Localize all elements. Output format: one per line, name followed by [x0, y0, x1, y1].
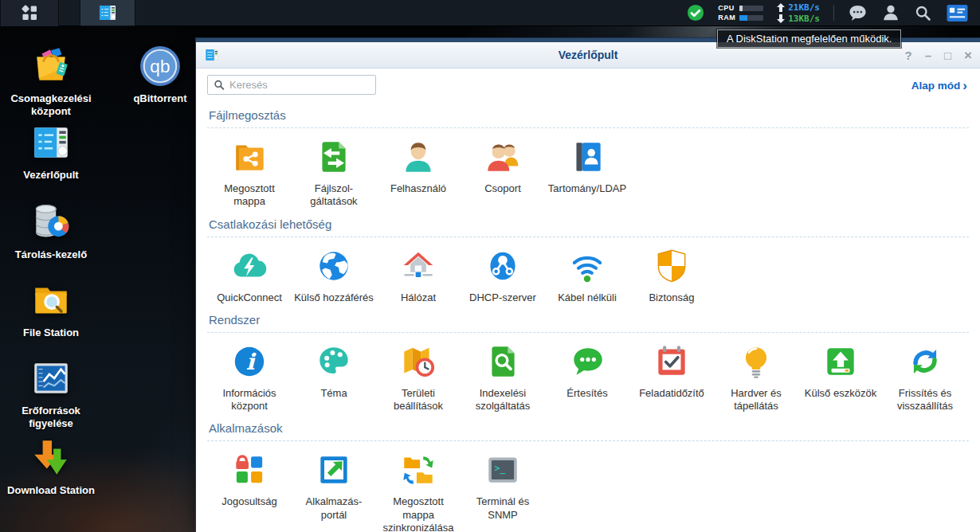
search-icon[interactable] [914, 4, 932, 22]
desktop-icon-package-center[interactable]: Csomagkezelési központ [10, 45, 92, 119]
cp-item-regional-options[interactable]: Területi beállítások [376, 342, 461, 413]
cp-item-security[interactable]: Biztonság [629, 246, 714, 304]
cp-item-external-devices[interactable]: Külső eszközök [798, 342, 883, 400]
cp-item-label: Csoport [484, 182, 521, 195]
ram-label: RAM [718, 14, 737, 22]
external-devices-icon [821, 342, 860, 381]
section-title-applications: Alkalmazások [207, 414, 969, 441]
cp-item-task-scheduler[interactable]: Feladatidőzítő [629, 342, 714, 400]
cp-item-label: Feladatidőzítő [639, 387, 704, 400]
desktop-icon-file-station[interactable]: File Station [10, 279, 92, 339]
desktop-icon-label: Csomagkezelési központ [10, 92, 92, 119]
svg-text:qb: qb [150, 56, 170, 76]
cp-item-privileges[interactable]: Jogosultság [207, 450, 292, 508]
network-speeds[interactable]: 21KB/s 13KB/s [777, 2, 820, 24]
desktop-icon-resource-monitor[interactable]: Erőforrások figyelése [10, 357, 92, 431]
cp-item-label: Alkalmazás- portál [292, 495, 376, 522]
cp-item-external-access[interactable]: Külső hozzáférés [292, 246, 376, 304]
section-title-file-sharing: Fájlmegosztás [207, 101, 969, 128]
widgets-icon[interactable] [946, 3, 969, 23]
search-box[interactable] [207, 75, 376, 95]
cp-item-label: Hardver és tápellátás [714, 387, 798, 413]
cp-item-hardware-power[interactable]: Hardver és tápellátás [714, 342, 798, 413]
user-icon [398, 137, 438, 177]
cp-item-quickconnect[interactable]: QuickConnect [207, 246, 292, 304]
cp-item-shared-folder[interactable]: Megosztott mappa [207, 137, 292, 209]
file-station-icon [29, 279, 73, 322]
control-panel-search-input[interactable] [229, 79, 370, 91]
cpu-meter [739, 6, 763, 11]
health-tooltip: A DiskStation megfelelően működik. [717, 29, 901, 48]
cp-item-wireless[interactable]: Kábel nélküli [545, 246, 629, 304]
control-panel-icon [204, 47, 220, 63]
resource-meters[interactable]: CPU RAM [718, 4, 763, 22]
upload-arrow-icon [777, 3, 785, 12]
info-center-icon: i [229, 342, 269, 381]
health-status-icon[interactable] [687, 4, 704, 22]
cp-item-label: QuickConnect [217, 291, 282, 304]
cp-item-domain-ldap[interactable]: Tartomány/LDAP [545, 137, 629, 195]
cp-item-label: Megosztott mappa [207, 182, 292, 209]
main-menu-icon [20, 3, 39, 22]
cp-item-indexing-service[interactable]: Indexelési szolgáltatás [461, 342, 545, 413]
cp-item-application-portal[interactable]: Alkalmazás- portál [292, 450, 376, 522]
cp-item-label: Területi beállítások [376, 387, 461, 413]
user-account-icon[interactable] [881, 3, 900, 22]
hardware-power-icon [736, 342, 776, 381]
download-station-icon [29, 436, 73, 479]
cp-item-label: Indexelési szolgáltatás [461, 387, 545, 413]
desktop-icon-control-panel[interactable]: Vezérlőpult [10, 121, 92, 182]
desktop-icon-label: qBittorrent [133, 92, 186, 105]
cp-item-update-restore[interactable]: Frissítés és visszaállítás [883, 342, 967, 413]
desktop-icon-label: Erőforrások figyelése [10, 405, 92, 431]
cp-item-label: Téma [320, 387, 347, 400]
cp-item-label: Kábel nélküli [558, 291, 617, 304]
notifications-icon[interactable] [848, 3, 868, 23]
group-icon [483, 137, 523, 177]
cp-item-info-center[interactable]: i Információs központ [207, 342, 292, 413]
cp-item-dhcp-server[interactable]: DHCP-szerver [461, 246, 545, 304]
terminal-snmp-icon: >_ [483, 450, 523, 490]
network-icon [398, 246, 438, 286]
theme-icon [314, 342, 354, 381]
regional-options-icon [398, 342, 438, 381]
desktop-icon-download-station[interactable]: Download Station [5, 436, 97, 497]
desktop-icon-label: File Station [23, 327, 79, 339]
cp-item-shared-folder-sync[interactable]: Megosztott mappa szinkronizálása [376, 450, 461, 532]
qbittorrent-icon: qb [139, 45, 182, 88]
cp-item-theme[interactable]: Téma [292, 342, 376, 400]
ram-meter [739, 15, 763, 21]
main-menu-button[interactable] [0, 0, 59, 26]
cp-item-network[interactable]: Hálózat [376, 246, 461, 304]
domain-ldap-icon [567, 137, 607, 177]
shared-folder-icon [229, 137, 269, 177]
desktop-icon-storage-manager[interactable]: Tárolás-kezelő [10, 201, 92, 261]
taskbar-item-control-panel[interactable] [80, 0, 135, 26]
cp-item-label: Külső hozzáférés [294, 291, 374, 304]
resource-monitor-icon [29, 357, 73, 400]
tray-divider [833, 5, 834, 21]
package-center-icon [29, 45, 73, 88]
update-restore-icon [905, 342, 945, 381]
window-title: Vezérlőpult [196, 49, 980, 61]
file-services-icon [314, 137, 354, 177]
cpu-label: CPU [718, 4, 737, 12]
cp-item-label: Értesítés [566, 387, 607, 400]
download-speed: 13KB/s [788, 14, 820, 24]
cp-item-group[interactable]: Csoport [461, 137, 545, 195]
help-button[interactable]: ? [904, 49, 911, 61]
cp-item-notification[interactable]: Értesítés [545, 342, 629, 400]
cp-item-file-services[interactable]: Fájlszol- gáltatások [292, 137, 376, 209]
maximize-button[interactable]: □ [944, 49, 951, 61]
minimize-button[interactable]: – [925, 49, 931, 61]
download-arrow-icon [777, 14, 785, 23]
cp-item-label: Információs központ [207, 387, 292, 413]
cp-item-user[interactable]: Felhasználó [376, 137, 461, 195]
control-panel-icon [97, 2, 118, 23]
basic-mode-link[interactable]: Alap mód› [911, 78, 967, 94]
cp-item-terminal-snmp[interactable]: >_ Terminál és SNMP [461, 450, 545, 522]
desktop-icon-qbittorrent[interactable]: qb qBittorrent [119, 45, 202, 105]
quickconnect-icon [229, 246, 269, 286]
window-toolbar: Alap mód› [196, 68, 980, 100]
close-button[interactable]: × [964, 49, 972, 62]
